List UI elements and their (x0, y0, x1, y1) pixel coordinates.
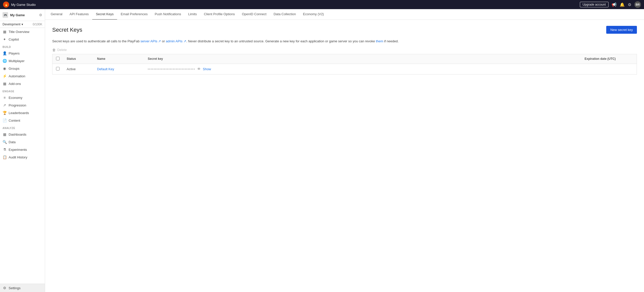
page-title: Secret Keys (52, 27, 82, 33)
chevron-down-icon: ▾ (22, 23, 23, 26)
build-section-label: BUILD (0, 43, 45, 49)
page-content: Secret Keys New secret key Secret keys a… (45, 20, 644, 292)
keys-table: Status Name Secret key Expiration date (… (52, 54, 637, 75)
audit-history-icon: 📋 (3, 155, 7, 159)
sidebar-item-dashboards[interactable]: ▦ Dashboards (0, 131, 45, 138)
tab-limits[interactable]: Limits (185, 9, 200, 20)
env-name: Development (3, 23, 21, 26)
tab-secret-keys[interactable]: Secret Keys (92, 9, 117, 20)
notifications-icon[interactable]: 🔔 (620, 2, 625, 7)
sidebar-item-players[interactable]: 👤 Players (0, 49, 45, 57)
sidebar-item-label: Content (9, 119, 20, 122)
sidebar-item-content[interactable]: 📄 Content (0, 117, 45, 124)
sidebar-item-settings[interactable]: ⚙ Settings (0, 284, 45, 292)
col-secret-key-header: Secret key (144, 54, 581, 64)
multiplayer-icon: 🌐 (3, 59, 7, 63)
sidebar-item-experiments[interactable]: ⚗ Experiments (0, 146, 45, 153)
topbar-left: 🔥 My Game Studio (3, 2, 36, 8)
leaderboards-icon: 🏆 (3, 111, 7, 115)
content-icon: 📄 (3, 118, 7, 122)
progression-icon: ↗ (3, 103, 7, 107)
show-key-area: •••••••••••••••••••••••••••••••• 👁 Show (148, 67, 578, 71)
sidebar-item-multiplayer[interactable]: 🌐 Multiplayer (0, 57, 45, 65)
settings-gear-icon[interactable]: ⚙ (39, 13, 42, 17)
tab-economy-v2[interactable]: Economy (V2) (300, 9, 327, 20)
sidebar: 🎮 My Game ⚙ Development ▾ 0/100K ▦ Title… (0, 9, 45, 292)
env-left: Development ▾ (3, 23, 23, 26)
sidebar-item-label: Add-ons (9, 82, 21, 86)
data-icon: 🔍 (3, 140, 7, 144)
sidebar-item-label: Economy (9, 96, 22, 100)
sidebar-item-title-overview[interactable]: ▦ Title Overview (0, 28, 45, 35)
table-row: Active Default Key •••••••••••••••••••••… (52, 64, 637, 74)
row-status: Active (63, 64, 94, 74)
col-status-header: Status (63, 54, 94, 64)
dashboards-icon: ▦ (3, 132, 7, 136)
economy-icon: ≡ (3, 96, 7, 100)
help-icon[interactable]: ⚙ (628, 2, 631, 7)
them-link[interactable]: them (376, 39, 383, 43)
game-icon: 🎮 (3, 12, 8, 18)
env-selector[interactable]: Development ▾ 0/100K (0, 21, 45, 28)
studio-name: My Game Studio (11, 3, 36, 7)
tab-api-features[interactable]: API Features (66, 9, 92, 20)
sidebar-item-addons[interactable]: ▦ Add-ons (0, 80, 45, 87)
sidebar-item-leaderboards[interactable]: 🏆 Leaderboards (0, 109, 45, 117)
automation-icon: ⚡ (3, 74, 7, 78)
content-area: General API Features Secret Keys Email P… (45, 9, 644, 292)
eye-icon[interactable]: 👁 (197, 67, 201, 71)
tab-email-preferences[interactable]: Email Preferences (117, 9, 151, 20)
sidebar-item-economy[interactable]: ≡ Economy (0, 94, 45, 101)
sidebar-item-label: Audit History (9, 155, 27, 159)
sidebar-item-label: Automation (9, 74, 25, 78)
sidebar-item-label: Multiplayer (9, 59, 25, 63)
col-expiration-header: Expiration date (UTC) (581, 54, 637, 64)
avatar[interactable]: BR (634, 1, 641, 8)
tab-bar: General API Features Secret Keys Email P… (45, 9, 644, 20)
sidebar-item-label: Players (9, 51, 20, 55)
tab-openid-connect[interactable]: OpenID Connect (238, 9, 270, 20)
sidebar-header: 🎮 My Game ⚙ (0, 9, 45, 21)
sidebar-item-label: Leaderboards (9, 111, 29, 115)
sidebar-item-audit-history[interactable]: 📋 Audit History (0, 153, 45, 161)
row-checkbox[interactable] (56, 67, 60, 70)
default-key-link[interactable]: Default Key (97, 67, 114, 71)
sidebar-header-left: 🎮 My Game (3, 12, 25, 18)
page-header: Secret Keys New secret key (52, 26, 637, 34)
sidebar-item-label: Progression (9, 103, 26, 107)
title-overview-icon: ▦ (3, 30, 7, 34)
select-all-checkbox[interactable] (56, 57, 60, 60)
sidebar-item-label: Data (9, 140, 15, 144)
sidebar-item-data[interactable]: 🔍 Data (0, 138, 45, 146)
sidebar-item-automation[interactable]: ⚡ Automation (0, 72, 45, 80)
tab-push-notifications[interactable]: Push Notifications (151, 9, 185, 20)
show-key-link[interactable]: Show (203, 67, 211, 71)
tab-client-profile-options[interactable]: Client Profile Options (200, 9, 238, 20)
description-start: Secret keys are used to authenticate all… (52, 39, 140, 43)
sidebar-item-label: Copilot (9, 38, 19, 41)
main-layout: 🎮 My Game ⚙ Development ▾ 0/100K ▦ Title… (0, 9, 644, 292)
or-text: or (161, 39, 166, 43)
tab-general[interactable]: General (47, 9, 66, 20)
description-end: . Never distribute a secret key to an un… (186, 39, 376, 43)
row-checkbox-cell (52, 64, 63, 74)
admin-apis-link[interactable]: admin APIs ↗ (166, 39, 186, 43)
env-count: 0/100K (33, 23, 42, 26)
sidebar-item-groups[interactable]: ◉ Groups (0, 65, 45, 72)
delete-label[interactable]: Delete (57, 48, 67, 52)
new-secret-key-button[interactable]: New secret key (606, 26, 637, 34)
server-apis-link[interactable]: server APIs ↗ (140, 39, 161, 43)
sidebar-item-progression[interactable]: ↗ Progression (0, 101, 45, 109)
playfab-logo: 🔥 (3, 2, 9, 8)
sidebar-item-label: Experiments (9, 148, 27, 152)
upgrade-button[interactable]: Upgrade account (580, 2, 609, 7)
settings-label: Settings (9, 286, 21, 290)
announcements-icon[interactable]: 📢 (612, 2, 617, 7)
sidebar-item-copilot[interactable]: ✦ Copilot (0, 35, 45, 43)
topbar: 🔥 My Game Studio Upgrade account 📢 🔔 ⚙ B… (0, 0, 644, 9)
row-key: •••••••••••••••••••••••••••••••• 👁 Show (144, 64, 581, 74)
copilot-icon: ✦ (3, 37, 7, 41)
tab-data-collection[interactable]: Data Collection (270, 9, 299, 20)
key-dots: •••••••••••••••••••••••••••••••• (148, 67, 195, 70)
game-title: My Game (10, 13, 25, 17)
